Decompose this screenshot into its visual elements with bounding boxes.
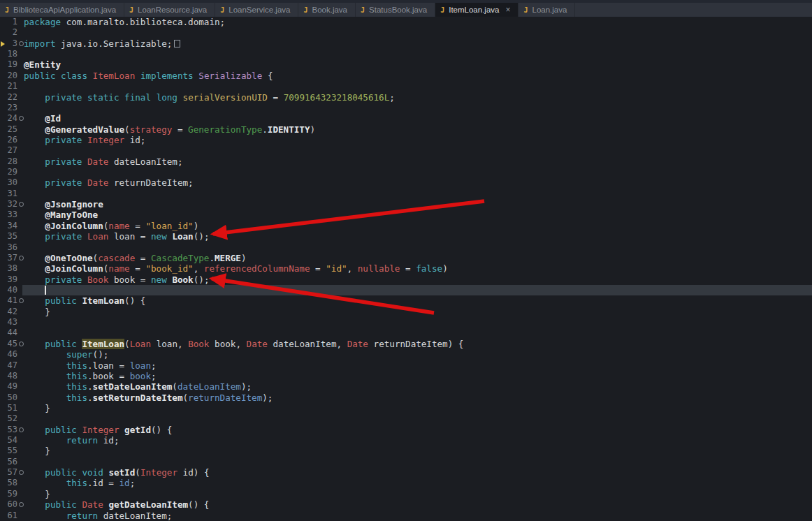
code-text: @Id (24, 113, 61, 124)
tab-label: Loan.java (532, 6, 567, 14)
code-line: 43 (0, 317, 812, 328)
collapsed-region-box[interactable] (174, 40, 180, 47)
line-number: 31 (8, 189, 17, 199)
tab-label: ItemLoan.java (449, 6, 499, 14)
tab-book-java[interactable]: JBook.java (298, 3, 356, 17)
line-number: 60 (8, 499, 17, 510)
line-number: 50 (8, 392, 17, 403)
tab-itemloan-java[interactable]: JItemLoan.java× (435, 3, 519, 17)
line-number-gutter: 46 (0, 349, 24, 360)
line-number-gutter: 45 (0, 339, 24, 349)
line-number-gutter: 1 (0, 17, 24, 27)
fold-marker-icon[interactable] (19, 342, 24, 346)
fold-marker-icon[interactable] (19, 470, 24, 475)
tab-loan-java[interactable]: JLoan.java (519, 3, 575, 17)
code-line: 29 (0, 167, 812, 177)
line-number-gutter: 58 (0, 478, 24, 488)
code-line: 56 (0, 457, 812, 467)
code-text: public ItemLoan() { (24, 295, 145, 306)
tab-label: LoanResource.java (138, 6, 207, 14)
line-number-gutter: 19 (0, 59, 24, 70)
line-number-gutter: 59 (0, 489, 24, 499)
java-file-icon: J (220, 6, 224, 14)
line-number: 55 (8, 446, 17, 456)
code-text: @OneToOne(cascade = CascadeType.MERGE) (24, 253, 247, 263)
code-line: 42 } (0, 307, 812, 317)
text-cursor (45, 286, 46, 295)
fold-marker-icon[interactable] (19, 116, 24, 121)
code-line: 23 (0, 103, 812, 113)
code-text: this.setReturnDateItem(returnDateItem); (24, 392, 273, 403)
code-line: 57 public void setId(Integer id) { (0, 467, 812, 478)
fold-marker-icon[interactable] (19, 41, 24, 46)
tab-label: StatusBook.java (369, 6, 427, 14)
tab-loanservice-java[interactable]: JLoanService.java (215, 3, 298, 17)
line-number-gutter: 51 (0, 403, 24, 413)
line-number-gutter: 42 (0, 307, 24, 317)
line-number-gutter: 47 (0, 360, 24, 371)
line-number: 18 (8, 49, 17, 59)
code-line: 46 super(); (0, 349, 812, 360)
line-number-gutter: 28 (0, 156, 24, 167)
code-text: package com.maralto.biblioteca.domain; (24, 17, 225, 27)
fold-marker-icon[interactable] (19, 298, 24, 303)
java-file-icon: J (5, 6, 9, 14)
code-text: return dateLoanItem; (24, 511, 172, 521)
code-line: 25 @GeneratedValue(strategy = Generation… (0, 124, 812, 135)
code-line: 54 return id; (0, 435, 812, 446)
line-number: 34 (8, 221, 17, 231)
tab-bibliotecaapiapplication-java[interactable]: JBibliotecaApiApplication.java (0, 3, 124, 17)
line-number-gutter: 30 (0, 177, 24, 188)
line-number-gutter: 55 (0, 446, 24, 456)
fold-marker-icon[interactable] (19, 502, 24, 507)
code-line: 61 return dateLoanItem; (0, 511, 812, 521)
code-line: 45 public ItemLoan(Loan loan, Book book,… (0, 339, 812, 349)
line-number: 47 (8, 360, 17, 371)
code-text: } (24, 307, 50, 317)
line-number: 54 (8, 435, 17, 446)
code-line: 58 this.id = id; (0, 478, 812, 488)
line-number: 42 (8, 307, 17, 317)
fold-marker-icon[interactable] (19, 256, 24, 260)
line-number-gutter: 41 (0, 295, 24, 306)
line-number: 27 (8, 145, 17, 156)
line-number-gutter: 43 (0, 317, 24, 328)
code-line: 49 this.setDateLoanItem(dateLoanItem); (0, 381, 812, 392)
line-number-gutter: 57 (0, 467, 24, 478)
code-line: 60 public Date getDateLoanItem() { (0, 499, 812, 510)
code-text: private Date returnDateItem; (24, 177, 194, 188)
code-text: private Loan loan = new Loan(); (24, 231, 209, 242)
line-number: 51 (8, 403, 17, 413)
java-file-icon: J (361, 6, 365, 14)
line-number: 38 (8, 263, 17, 274)
fold-marker-icon[interactable] (19, 202, 24, 207)
line-number: 44 (8, 328, 17, 338)
line-number: 2 (13, 27, 17, 38)
code-text: } (24, 489, 50, 499)
tab-loanresource-java[interactable]: JLoanResource.java (124, 3, 215, 17)
line-number-gutter: 23 (0, 103, 24, 113)
code-text: @ManyToOne (24, 210, 98, 220)
line-number: 37 (8, 253, 17, 263)
code-editor[interactable]: 1package com.maralto.biblioteca.domain;2… (0, 17, 812, 521)
tab-label: Book.java (312, 6, 348, 14)
close-icon[interactable]: × (505, 6, 510, 14)
line-number-gutter: 3 (0, 38, 24, 49)
code-text: import java.io.Serializable; (24, 38, 180, 49)
code-text: @GeneratedValue(strategy = GenerationTyp… (24, 124, 315, 135)
fold-marker-icon[interactable] (19, 427, 24, 432)
code-line: 51 } (0, 403, 812, 413)
line-number-gutter: 32 (0, 199, 24, 210)
code-line: 34 @JoinColumn(name = "loan_id") (0, 221, 812, 231)
line-number-gutter: 48 (0, 371, 24, 381)
code-text: public Integer getId() { (24, 425, 172, 435)
ide-window: JBibliotecaApiApplication.javaJLoanResou… (0, 0, 812, 521)
line-number: 36 (8, 242, 17, 253)
code-line: 40 (0, 285, 812, 295)
code-line: 36 (0, 242, 812, 253)
code-text: this.id = id; (24, 478, 135, 488)
tab-statusbook-java[interactable]: JStatusBook.java (356, 3, 435, 17)
line-number-gutter: 39 (0, 274, 24, 285)
line-number-gutter: 49 (0, 381, 24, 392)
code-text: this.book = book; (24, 371, 157, 381)
